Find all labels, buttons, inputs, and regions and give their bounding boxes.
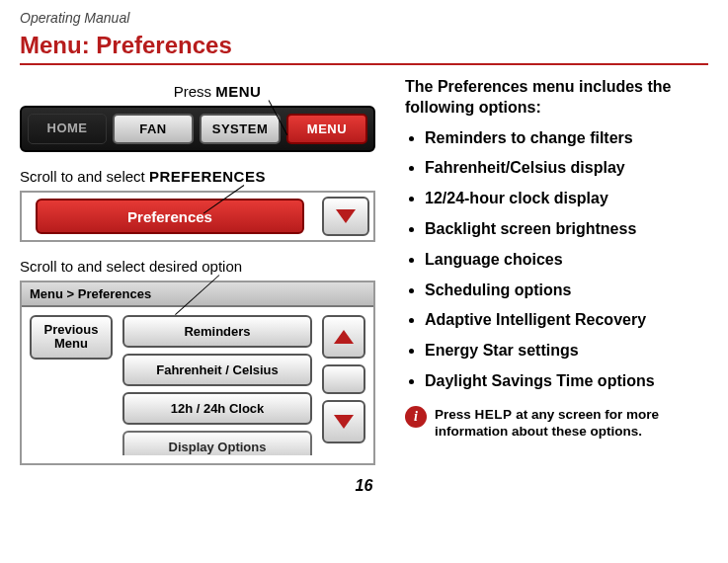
option-clock[interactable]: 12h / 24h Clock xyxy=(122,392,312,425)
nav-system[interactable]: SYSTEM xyxy=(200,114,281,144)
help-word: HELP xyxy=(475,407,513,422)
caption-press-menu: Press MENU xyxy=(40,83,395,100)
page-number: 16 xyxy=(20,477,708,495)
info-icon: i xyxy=(405,406,427,428)
list-item: Language choices xyxy=(425,250,708,271)
list-item: 12/24-hour clock display xyxy=(425,189,708,209)
preferences-button[interactable]: Preferences xyxy=(36,199,304,234)
list-item: Daylight Savings Time options xyxy=(425,371,708,392)
caption-scroll-preferences-prefix: Scroll to and select xyxy=(20,168,149,185)
nav-fan[interactable]: FAN xyxy=(113,114,194,144)
list-item: Fahrenheit/Celsius display xyxy=(425,158,708,179)
preferences-bar: Preferences xyxy=(20,191,375,242)
scroll-up-button[interactable] xyxy=(322,315,365,359)
list-item: Reminders to change filters xyxy=(425,128,708,149)
bullet-list: Reminders to change filters Fahrenheit/C… xyxy=(405,128,708,392)
caption-scroll-option: Scroll to and select desired option xyxy=(20,258,375,275)
scroll-down-button[interactable] xyxy=(322,197,369,236)
previous-menu-line2: Menu xyxy=(54,336,88,351)
triangle-up-icon xyxy=(334,330,354,344)
previous-menu-button[interactable]: Previous Menu xyxy=(30,315,113,360)
previous-menu-line1: Previous xyxy=(44,322,99,337)
caption-press-menu-prefix: Press xyxy=(174,83,216,100)
scroll-down-button[interactable] xyxy=(322,400,365,443)
help-text: Press HELP at any screen for more inform… xyxy=(435,406,708,441)
list-item: Energy Star settings xyxy=(425,341,708,362)
menu-word: MENU xyxy=(215,83,261,100)
help-prefix: Press xyxy=(435,407,475,422)
list-item: Backlight screen brightness xyxy=(425,219,708,240)
list-item: Scheduling options xyxy=(425,281,708,301)
option-reminders[interactable]: Reminders xyxy=(122,315,312,348)
preferences-word: PREFERENCES xyxy=(149,168,266,185)
list-item: Adaptive Intelligent Recovery xyxy=(425,310,708,331)
nav-home[interactable]: HOME xyxy=(28,114,107,144)
option-display[interactable]: Display Options xyxy=(122,431,312,455)
thermostat-nav-bar: HOME FAN SYSTEM MENU xyxy=(20,106,375,152)
preferences-panel: Menu > Preferences Previous Menu Reminde… xyxy=(20,281,375,465)
nav-menu[interactable]: MENU xyxy=(286,114,367,144)
scroll-thumb[interactable] xyxy=(322,364,365,394)
manual-header: Operating Manual xyxy=(20,10,708,26)
option-fahrenheit-celsius[interactable]: Fahrenheit / Celsius xyxy=(122,354,312,386)
options-list: Reminders Fahrenheit / Celsius 12h / 24h… xyxy=(122,315,312,455)
page-title: Menu: Preferences xyxy=(20,32,708,65)
intro-text: The Preferences menu includes the follow… xyxy=(405,77,708,119)
triangle-down-icon xyxy=(336,209,356,223)
breadcrumb: Menu > Preferences xyxy=(22,282,373,307)
triangle-down-icon xyxy=(334,415,354,429)
caption-scroll-preferences: Scroll to and select PREFERENCES xyxy=(20,168,375,185)
